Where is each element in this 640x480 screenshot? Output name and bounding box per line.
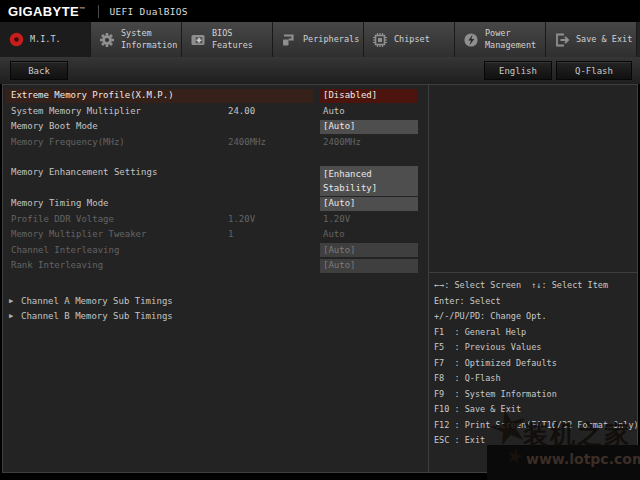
tab-bios-features[interactable]: BIOSFeatures <box>182 22 273 57</box>
help-key-line: F10 : Save & Exit <box>434 402 637 418</box>
setting-row[interactable]: Memory Boot Mode[Auto] <box>3 119 428 135</box>
setting-label: Memory Enhancement Settings <box>11 167 157 177</box>
mit-icon <box>7 31 25 49</box>
bios-title: UEFI DualBIOS <box>110 6 188 17</box>
system-information-icon <box>98 31 116 49</box>
setting-label: Channel B Memory Sub Timings <box>21 311 173 321</box>
tab-mit[interactable]: M.I.T. <box>0 22 91 57</box>
setting-option-value: 1.20V <box>323 214 350 224</box>
tab-save-exit[interactable]: Save & Exit <box>546 22 637 57</box>
tab-chipset[interactable]: Chipset <box>364 22 455 57</box>
setting-label: Channel Interleaving <box>11 245 119 255</box>
help-key-line: F5 : Previous Values <box>434 340 637 356</box>
setting-option-value[interactable]: [EnhancedStability] <box>320 166 418 196</box>
title-bar: GIGABYTE™ UEFI DualBIOS <box>0 0 640 22</box>
setting-label: Memory Multiplier Tweaker <box>11 229 146 239</box>
row-spacer <box>3 150 428 165</box>
bios-features-icon <box>189 31 207 49</box>
watermark-text: 装机之家 <box>523 418 631 451</box>
power-management-icon <box>462 31 480 49</box>
setting-label: Profile DDR Voltage <box>11 214 114 224</box>
submenu-row[interactable]: ▶Channel A Memory Sub Timings <box>3 294 428 310</box>
settings-list: Extreme Memory Profile(X.M.P.)[Disabled]… <box>3 85 429 472</box>
help-key-line: F1 : General Help <box>434 325 637 341</box>
setting-row[interactable]: System Memory Multiplier24.00Auto <box>3 104 428 120</box>
save-exit-icon <box>553 31 571 49</box>
toolbar: Back English Q-Flash <box>0 57 640 84</box>
setting-current-value: 1 <box>228 229 233 239</box>
help-key-line: F8 : Q-Flash <box>434 371 637 387</box>
tab-label: Save & Exit <box>576 34 632 46</box>
setting-current-value: 2400MHz <box>228 137 266 147</box>
setting-option-value[interactable]: [Auto] <box>320 120 418 134</box>
tab-label: Chipset <box>394 34 430 46</box>
setting-label: Memory Boot Mode <box>11 121 98 131</box>
submenu-row[interactable]: ▶Channel B Memory Sub Timings <box>3 309 428 325</box>
setting-option-value: [Auto] <box>320 243 418 257</box>
setting-label: Memory Timing Mode <box>11 198 109 208</box>
setting-label: Rank Interleaving <box>11 260 103 270</box>
setting-row[interactable]: Memory Timing Mode[Auto] <box>3 196 428 212</box>
help-key-line: +/-/PU/PD: Change Opt. <box>434 309 637 325</box>
gigabyte-logo: GIGABYTE™ <box>8 4 86 19</box>
tab-system-information[interactable]: SystemInformation <box>91 22 182 57</box>
setting-option-value: 2400MHz <box>323 137 361 147</box>
tab-power-management[interactable]: PowerManagement <box>455 22 546 57</box>
setting-current-value: 1.20V <box>228 214 255 224</box>
tab-bar: M.I.T.SystemInformationBIOSFeaturesPerip… <box>0 22 640 57</box>
help-key-line: ←→: Select Screen ↑↓: Select Item <box>434 278 637 294</box>
tab-peripherals[interactable]: Peripherals <box>273 22 364 57</box>
tab-label: BIOSFeatures <box>212 28 253 51</box>
qflash-button[interactable]: Q-Flash <box>556 61 632 80</box>
submenu-arrow-icon: ▶ <box>9 312 13 320</box>
setting-option-value[interactable]: [Auto] <box>320 197 418 211</box>
setting-option-value[interactable]: Auto <box>323 106 345 116</box>
help-panel: ←→: Select Screen ↑↓: Select ItemEnter: … <box>429 85 637 472</box>
chipset-icon <box>371 31 389 49</box>
setting-label: System Memory Multiplier <box>11 106 141 116</box>
setting-label: Channel A Memory Sub Timings <box>21 296 173 306</box>
title-divider <box>98 5 99 18</box>
setting-row[interactable]: Extreme Memory Profile(X.M.P.)[Disabled] <box>3 88 428 104</box>
help-key-line: F9 : System Information <box>434 387 637 403</box>
setting-label: Memory Frequency(MHz) <box>11 137 125 147</box>
setting-current-value: 24.00 <box>228 106 255 116</box>
back-button[interactable]: Back <box>10 61 68 80</box>
setting-row: Memory Multiplier Tweaker1Auto <box>3 227 428 243</box>
peripherals-icon <box>280 31 298 49</box>
language-button[interactable]: English <box>484 61 552 80</box>
setting-row: Memory Frequency(MHz)2400MHz2400MHz <box>3 135 428 151</box>
help-key-line: Enter: Select <box>434 294 637 310</box>
main-panel: Extreme Memory Profile(X.M.P.)[Disabled]… <box>2 84 638 473</box>
setting-row: Rank Interleaving[Auto] <box>3 258 428 274</box>
trademark-symbol: ™ <box>79 5 85 11</box>
setting-row: Profile DDR Voltage1.20V1.20V <box>3 212 428 228</box>
bios-screen: GIGABYTE™ UEFI DualBIOS M.I.T.SystemInfo… <box>0 0 640 480</box>
help-key-line: F7 : Optimized Defaults <box>434 356 637 372</box>
tab-label: Peripherals <box>303 34 359 46</box>
setting-row: Channel Interleaving[Auto] <box>3 243 428 259</box>
watermark-url: www.lotpc.com <box>526 451 640 467</box>
tab-label: PowerManagement <box>485 28 536 51</box>
setting-option-value: [Auto] <box>320 259 418 273</box>
setting-option-value[interactable]: [Disabled] <box>320 89 418 103</box>
submenu-arrow-icon: ▶ <box>9 297 13 305</box>
tab-label: SystemInformation <box>121 28 177 51</box>
row-spacer <box>3 274 428 294</box>
setting-option-value: Auto <box>323 229 345 239</box>
tab-label: M.I.T. <box>30 34 61 46</box>
setting-row[interactable]: Memory Enhancement Settings[EnhancedStab… <box>3 165 428 196</box>
setting-label: Extreme Memory Profile(X.M.P.) <box>11 90 174 100</box>
